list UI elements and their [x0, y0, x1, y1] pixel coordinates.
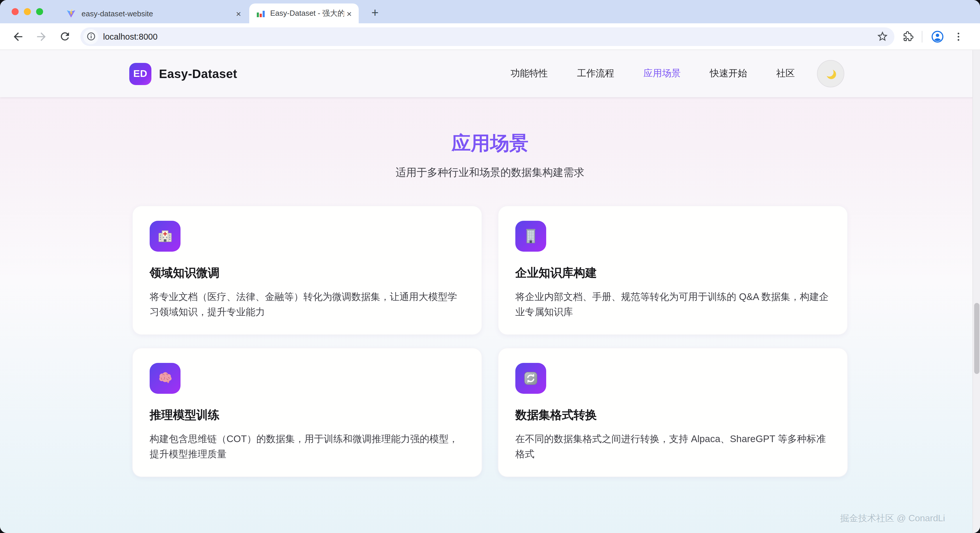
logo-monogram-tile: ED	[129, 62, 151, 85]
nav-item-features[interactable]: 功能特性	[511, 67, 548, 80]
site-header: ED Easy-Dataset 功能特性 工作流程 应用场景 快速开始 社区	[0, 50, 980, 97]
new-tab-button[interactable]: +	[367, 5, 383, 21]
bookmark-star-icon[interactable]	[877, 30, 889, 43]
toolbar-right-icons	[901, 29, 964, 43]
forward-arrow-icon	[35, 30, 48, 43]
zoom-window-button[interactable]	[36, 8, 43, 15]
nav-item-workflow[interactable]: 工作流程	[577, 67, 614, 80]
card-domain-finetuning: 领域知识微调 将专业文档（医疗、法律、金融等）转化为微调数据集，让通用大模型学习…	[132, 206, 482, 335]
vite-icon	[66, 9, 76, 18]
card-description: 将专业文档（医疗、法律、金融等）转化为微调数据集，让通用大模型学习领域知识，提升…	[150, 289, 465, 320]
browser-tab-easy-dataset-active[interactable]: Easy-Dataset - 强大的大语言模 ×	[249, 3, 359, 23]
watermark-text: 掘金技术社区 @ ConardLi	[840, 512, 945, 525]
nav-item-community[interactable]: 社区	[776, 67, 795, 80]
card-enterprise-knowledge-base: 企业知识库构建 将企业内部文档、手册、规范等转化为可用于训练的 Q&A 数据集，…	[498, 206, 848, 335]
main-nav: 功能特性 工作流程 应用场景 快速开始 社区	[511, 67, 795, 80]
browser-tab-easy-dataset-website[interactable]: easy-dataset-website ×	[58, 3, 249, 23]
back-button[interactable]	[11, 29, 25, 44]
card-icon-tile	[150, 221, 180, 252]
forward-button[interactable]	[34, 29, 49, 44]
profile-avatar-icon[interactable]	[931, 29, 945, 43]
reload-icon	[59, 30, 71, 43]
tab-strip: easy-dataset-website × Easy-Dataset - 强大…	[0, 0, 980, 23]
bar-chart-icon	[256, 9, 266, 18]
theme-toggle-button[interactable]	[817, 60, 844, 88]
tab-title: Easy-Dataset - 强大的大语言模	[270, 8, 344, 19]
section-subtitle: 适用于多种行业和场景的数据集构建需求	[0, 166, 980, 179]
card-reasoning-model-training: 推理模型训练 构建包含思维链（COT）的数据集，用于训练和微调推理能力强的模型，…	[132, 348, 482, 477]
url-text: localhost:8000	[103, 32, 877, 41]
close-window-button[interactable]	[12, 8, 19, 15]
card-description: 构建包含思维链（COT）的数据集，用于训练和微调推理能力强的模型，提升模型推理质…	[150, 431, 465, 462]
section-title: 应用场景	[0, 131, 980, 157]
reload-button[interactable]	[57, 29, 72, 44]
card-icon-tile	[515, 221, 546, 252]
card-title: 企业知识库构建	[515, 265, 830, 281]
browser-toolbar: localhost:8000	[0, 23, 980, 50]
address-bar[interactable]: localhost:8000	[80, 27, 894, 46]
brain-icon	[156, 369, 174, 387]
use-case-cards-grid: 领域知识微调 将专业文档（医疗、法律、金融等）转化为微调数据集，让通用大模型学习…	[132, 206, 848, 477]
card-icon-tile	[150, 363, 180, 394]
card-icon-tile	[515, 363, 546, 394]
back-arrow-icon	[12, 30, 24, 43]
card-title: 领域知识微调	[150, 265, 465, 281]
scrollbar-thumb[interactable]	[974, 303, 979, 374]
hospital-icon	[156, 227, 174, 245]
minimize-window-button[interactable]	[24, 8, 31, 15]
page-scrollbar[interactable]	[972, 50, 980, 533]
card-description: 在不同的数据集格式之间进行转换，支持 Alpaca、ShareGPT 等多种标准…	[515, 431, 830, 462]
moon-icon	[824, 67, 838, 81]
close-tab-icon[interactable]: ×	[234, 8, 243, 19]
card-title: 推理模型训练	[150, 407, 465, 423]
card-description: 将企业内部文档、手册、规范等转化为可用于训练的 Q&A 数据集，构建企业专属知识…	[515, 289, 830, 320]
use-cases-section: 应用场景 适用于多种行业和场景的数据集构建需求	[0, 97, 980, 179]
office-building-icon	[522, 227, 540, 245]
nav-item-use-cases[interactable]: 应用场景	[643, 67, 681, 80]
refresh-icon	[522, 369, 540, 387]
kebab-menu-icon[interactable]	[953, 30, 964, 42]
toolbar-divider	[922, 30, 922, 42]
close-tab-icon[interactable]: ×	[344, 8, 354, 19]
brand-name: Easy-Dataset	[159, 67, 237, 81]
brand-logo[interactable]: ED Easy-Dataset	[129, 62, 237, 85]
site-info-button[interactable]	[83, 29, 99, 44]
browser-window: easy-dataset-website × Easy-Dataset - 强大…	[0, 0, 980, 533]
nav-item-quick-start[interactable]: 快速开始	[710, 67, 747, 80]
page-viewport: ED Easy-Dataset 功能特性 工作流程 应用场景 快速开始 社区 应…	[0, 50, 980, 533]
card-dataset-format-conversion: 数据集格式转换 在不同的数据集格式之间进行转换，支持 Alpaca、ShareG…	[498, 348, 848, 477]
card-title: 数据集格式转换	[515, 407, 830, 423]
extensions-puzzle-icon[interactable]	[901, 30, 914, 43]
info-icon	[86, 32, 96, 41]
tab-title: easy-dataset-website	[81, 9, 234, 18]
traffic-lights	[12, 8, 43, 15]
